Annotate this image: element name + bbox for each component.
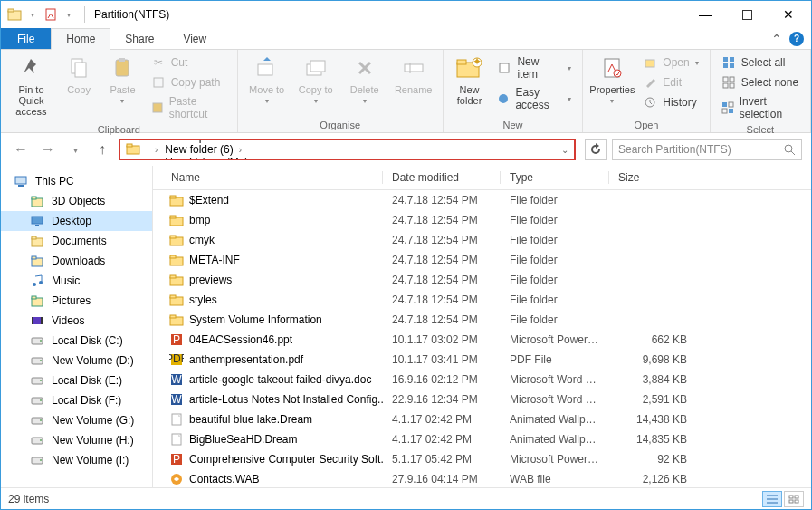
sidebar-item[interactable]: 3D Objects <box>1 191 152 211</box>
edit-button[interactable]: Edit <box>637 73 703 91</box>
help-icon[interactable]: ? <box>789 32 804 46</box>
qat-dropdown-icon[interactable]: ▾ <box>24 6 41 23</box>
refresh-button[interactable] <box>585 139 607 160</box>
file-row[interactable]: BigBlueSeaHD.Dream 4.1.17 02:42 PM Anima… <box>153 429 811 449</box>
collapse-ribbon-icon[interactable]: ⌃ <box>771 32 782 46</box>
address-bar[interactable]: › This PC›Desktop›New folder (6)›New Vol… <box>119 139 576 160</box>
breadcrumb-item[interactable]: New Volume(M_)› <box>161 156 260 160</box>
file-row[interactable]: PComprehensive Computer Security Soft...… <box>153 449 811 469</box>
file-row[interactable]: Warticle-Lotus Notes Not Installed Confi… <box>153 390 811 409</box>
svg-rect-7 <box>119 58 125 62</box>
file-row[interactable]: Contacts.WAB 27.9.16 04:14 PM WAB file 2… <box>153 469 811 487</box>
file-row[interactable]: beautiful blue lake.Dream 4.1.17 02:42 P… <box>153 409 811 429</box>
breadcrumb-item[interactable]: New folder (6)› <box>161 143 260 156</box>
rename-button[interactable]: Rename <box>390 52 437 97</box>
sidebar-item[interactable]: Local Disk (F:) <box>1 390 152 410</box>
maximize-button[interactable] <box>726 1 768 28</box>
open-button[interactable]: Open ▾ <box>637 53 703 72</box>
svg-rect-44 <box>32 197 36 199</box>
copy-button[interactable]: Copy <box>58 52 100 97</box>
sidebar-item[interactable]: Pictures <box>1 291 152 311</box>
file-row[interactable]: cmyk 24.7.18 12:54 PM File folder <box>153 230 811 250</box>
folder-icon <box>169 193 184 207</box>
sidebar-item[interactable]: New Volume (G:) <box>1 410 152 430</box>
file-row[interactable]: P04EACSession46.ppt 10.1.17 03:02 PM Mic… <box>153 330 811 350</box>
tab-share[interactable]: Share <box>110 28 168 49</box>
properties-icon <box>597 53 626 82</box>
easy-access-button[interactable]: Easy access ▾ <box>492 84 577 113</box>
copy-path-button[interactable]: Copy path <box>146 73 232 91</box>
column-name[interactable]: Name <box>153 169 383 186</box>
file-row[interactable]: bmp 24.7.18 12:54 PM File folder <box>153 210 811 230</box>
details-view-button[interactable] <box>762 491 782 507</box>
recent-locations-button[interactable]: ▾ <box>64 139 86 160</box>
cut-button[interactable]: ✂Cut <box>146 53 232 72</box>
column-type[interactable]: Type <box>501 169 609 186</box>
tab-file[interactable]: File <box>1 28 51 49</box>
sidebar-item[interactable]: Local Disk (C:) <box>1 331 152 351</box>
svg-rect-81 <box>170 275 176 278</box>
folder-icon <box>169 213 184 227</box>
breadcrumb-root[interactable]: › <box>146 145 161 155</box>
file-list[interactable]: $Extend 24.7.18 12:54 PM File folder bmp… <box>153 190 811 487</box>
close-button[interactable]: ✕ <box>768 1 809 28</box>
invert-selection-button[interactable]: Invert selection <box>716 93 805 122</box>
move-to-button[interactable]: Move to▾ <box>244 52 291 107</box>
forward-button[interactable]: → <box>37 139 59 160</box>
file-row[interactable]: Warticle-google takeout failed-divya.doc… <box>153 370 811 390</box>
properties-button[interactable]: Properties▾ <box>588 52 635 107</box>
doc-icon <box>30 234 44 248</box>
ribbon-group-organise: Move to▾ Copy to▾ Delete▾ Rename Organis… <box>238 50 444 132</box>
address-dropdown-icon[interactable]: ⌄ <box>561 145 568 155</box>
file-row[interactable]: styles 24.7.18 12:54 PM File folder <box>153 290 811 310</box>
file-row[interactable]: PDFanthempresentation.pdf 10.1.17 03:41 … <box>153 350 811 370</box>
qat-dropdown-icon[interactable]: ▾ <box>61 6 77 23</box>
sidebar-item[interactable]: This PC <box>1 171 152 191</box>
back-button[interactable]: ← <box>10 139 32 160</box>
sidebar-item[interactable]: Documents <box>1 231 152 251</box>
file-row[interactable]: $Extend 24.7.18 12:54 PM File folder <box>153 190 811 210</box>
column-headers[interactable]: Name Date modified Type Size <box>153 166 811 190</box>
tab-home[interactable]: Home <box>51 28 110 50</box>
new-item-button[interactable]: New item ▾ <box>492 53 577 82</box>
sidebar-item[interactable]: Downloads <box>1 251 152 271</box>
folder-icon <box>169 253 184 267</box>
file-date: 24.7.18 12:54 PM <box>383 233 501 247</box>
search-input[interactable]: Search Partition(NTFS) <box>612 139 802 160</box>
file-size: 14,438 KB <box>609 412 709 427</box>
navigation-pane[interactable]: This PC3D ObjectsDesktopDocumentsDownloa… <box>1 166 153 487</box>
scissors-icon: ✂ <box>151 55 166 70</box>
sidebar-item[interactable]: Videos <box>1 311 152 331</box>
sidebar-item[interactable]: New Volume (D:) <box>1 351 152 370</box>
svg-rect-36 <box>729 109 733 113</box>
history-button[interactable]: History <box>637 93 703 111</box>
select-none-button[interactable]: Select none <box>716 73 805 91</box>
item-count: 29 items <box>8 493 49 505</box>
sidebar-item-label: New Volume (D:) <box>52 354 134 367</box>
column-date[interactable]: Date modified <box>383 169 501 186</box>
sidebar-item[interactable]: Local Disk (E:) <box>1 370 152 390</box>
sidebar-item[interactable]: New Volume (H:) <box>1 430 152 450</box>
up-button[interactable]: ↑ <box>91 139 113 160</box>
folder-icon <box>126 141 142 158</box>
sidebar-item[interactable]: Desktop <box>1 211 152 231</box>
select-all-button[interactable]: Select all <box>716 53 805 72</box>
file-name: Contacts.WAB <box>189 473 260 486</box>
properties-icon[interactable] <box>43 6 59 23</box>
file-row[interactable]: previews 24.7.18 12:54 PM File folder <box>153 270 811 290</box>
pin-quick-access-button[interactable]: Pin to Quick access <box>6 52 56 119</box>
column-size[interactable]: Size <box>609 169 709 186</box>
sidebar-item[interactable]: New Volume (I:) <box>1 450 152 470</box>
copy-to-button[interactable]: Copy to▾ <box>292 52 339 107</box>
file-row[interactable]: META-INF 24.7.18 12:54 PM File folder <box>153 250 811 270</box>
sidebar-item-label: This PC <box>35 175 74 188</box>
file-row[interactable]: System Volume Information 24.7.18 12:54 … <box>153 310 811 330</box>
minimize-button[interactable]: — <box>684 1 726 28</box>
delete-button[interactable]: Delete▾ <box>341 52 388 107</box>
tab-view[interactable]: View <box>168 28 221 49</box>
sidebar-item[interactable]: Music <box>1 271 152 291</box>
new-folder-button[interactable]: ✦New folder <box>449 52 491 108</box>
paste-shortcut-button[interactable]: Paste shortcut <box>146 93 232 122</box>
paste-button[interactable]: Paste ▾ <box>101 52 143 107</box>
large-icons-view-button[interactable] <box>784 491 804 507</box>
